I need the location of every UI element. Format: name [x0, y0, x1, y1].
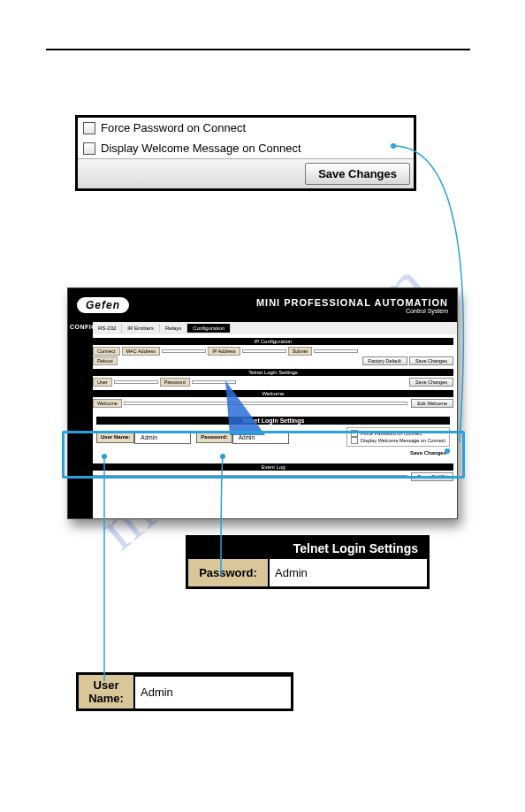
tab-rs232[interactable]: RS-232 [93, 324, 122, 333]
section-telnet-small: Telnet Login Settings [93, 369, 453, 376]
label: MAC Address [122, 347, 161, 356]
input[interactable] [114, 380, 158, 384]
save-changes-button-small[interactable]: Save Changes [409, 356, 453, 365]
label: IP Address [208, 347, 240, 356]
config-panel-screenshot: Gefen MINI PROFESSIONAL AUTOMATION Contr… [67, 287, 458, 519]
input[interactable] [314, 349, 358, 353]
factory-default-button[interactable]: Factory Default [362, 356, 407, 365]
brand-logo: Gefen [77, 297, 129, 313]
telnet-settings-highlighted: Telnet Login Settings User Name: Admin P… [93, 413, 453, 460]
label: Password [160, 378, 190, 387]
user-name-input[interactable]: Admin [134, 431, 191, 444]
checkbox-icon[interactable] [351, 430, 358, 437]
checkbox-icon[interactable] [83, 142, 95, 155]
option-force-password[interactable]: Force Password on Connect [78, 118, 414, 138]
input[interactable] [192, 380, 236, 384]
username-callout: User Name: Admin [76, 672, 293, 711]
edit-welcome-button[interactable]: Edit Welcome [411, 399, 453, 408]
password-callout: Telnet Login Settings Password: Admin [186, 535, 430, 589]
telnet-header: Telnet Login Settings [96, 417, 450, 425]
tab-configuration[interactable]: Configuration [187, 324, 231, 333]
erase-flash-button[interactable]: Erase FLASH [411, 472, 453, 481]
password-label: Password: [196, 431, 232, 443]
tab-bar: RS-232 IR Emitters Relays Configuration [93, 322, 457, 334]
panel-subtitle: Control System [256, 308, 448, 314]
input[interactable] [124, 402, 407, 405]
event-text [93, 475, 407, 479]
password-value[interactable]: Admin [270, 559, 427, 586]
options-footer: Save Changes [78, 158, 414, 188]
telnet-options: Force Password on Connect Display Welcom… [346, 427, 450, 447]
sidebar [68, 322, 93, 518]
password-label: Password: [188, 559, 270, 586]
password-input[interactable]: Admin [232, 431, 289, 444]
save-changes-small[interactable]: Save Changes [96, 449, 450, 456]
tab-ir[interactable]: IR Emitters [122, 324, 160, 333]
save-btn[interactable]: Save Changes [409, 378, 453, 387]
checkbox-icon[interactable] [351, 437, 358, 444]
username-value[interactable]: Admin [135, 675, 291, 709]
input[interactable] [242, 349, 286, 353]
opt-force[interactable]: Force Password on Connect [351, 430, 445, 437]
section-welcome: Welcome [93, 390, 453, 397]
user-name-label: User Name: [96, 431, 134, 443]
panel-title: MINI PROFESSIONAL AUTOMATION [256, 297, 448, 308]
password-header: Telnet Login Settings [188, 538, 427, 559]
label: User [93, 378, 112, 387]
option-label: Force Password on Connect [101, 121, 246, 134]
section-eventlog: Event Log [93, 463, 453, 471]
opt-label: Display Welcome Message on Connect [361, 438, 445, 443]
options-box: Force Password on Connect Display Welcom… [75, 115, 416, 191]
input [162, 349, 206, 353]
label: Subnet [288, 347, 312, 356]
label: Welcome [93, 399, 122, 408]
option-display-welcome[interactable]: Display Welcome Message on Connect [78, 138, 414, 158]
ip-connect[interactable]: Connect [93, 347, 120, 356]
opt-label: Force Password on Connect [361, 431, 422, 436]
username-label: User Name: [79, 675, 135, 709]
save-changes-button[interactable]: Save Changes [305, 163, 410, 185]
checkbox-icon[interactable] [83, 122, 95, 134]
tab-relays[interactable]: Relays [160, 324, 187, 333]
opt-welcome[interactable]: Display Welcome Message on Connect [351, 437, 445, 444]
ip-reboot[interactable]: Reboot [93, 356, 118, 365]
section-ip: IP Configuration [93, 338, 453, 345]
option-label: Display Welcome Message on Connect [101, 142, 301, 155]
